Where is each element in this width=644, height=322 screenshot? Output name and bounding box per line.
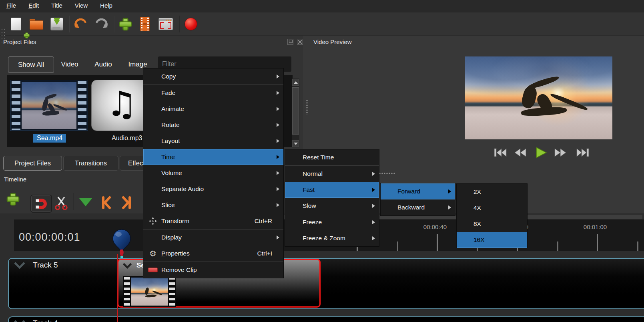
file-menu[interactable]: File [0, 0, 22, 9]
time-menu-item[interactable]: Time [143, 149, 283, 165]
previous-marker-button[interactable] [98, 195, 113, 210]
project-files-panel-title: Project Files [3, 38, 36, 45]
timeline-toolbar-separator [73, 193, 74, 210]
8x-menu-item[interactable]: 8X [457, 216, 527, 232]
next-marker-button[interactable] [120, 195, 134, 210]
track-collapse-chevron-icon[interactable] [14, 262, 26, 269]
properties-menu-item[interactable]: ⚙PropertiesCtrl+I [143, 246, 283, 262]
menu-item-label: Freeze [285, 219, 322, 226]
add-marker-button[interactable] [79, 198, 92, 206]
file-thumbnail-video[interactable] [10, 80, 88, 131]
volume-menu-item[interactable]: Volume [143, 165, 283, 181]
layout-menu-item[interactable]: Layout [143, 133, 283, 149]
save-project-icon [50, 18, 63, 30]
freeze-menu-item[interactable]: Freeze [285, 214, 379, 230]
slice-menu-item[interactable]: Slice [143, 197, 283, 213]
new-project-button[interactable] [9, 17, 23, 31]
title-menu[interactable]: Title [45, 0, 68, 9]
rewind-icon [514, 148, 527, 157]
track-collapse-chevron-icon[interactable] [14, 320, 26, 322]
music-note-icon: ♫ [106, 87, 137, 121]
jump-end-icon [576, 148, 590, 157]
slow-menu-item[interactable]: Slow [285, 198, 379, 214]
save-project-button[interactable] [50, 17, 64, 31]
snapping-toggle-button[interactable] [30, 195, 52, 213]
4x-menu-item[interactable]: 4X [457, 200, 527, 216]
fast-menu-item[interactable]: Fast [285, 182, 379, 198]
16x-menu-item[interactable]: 16X [457, 232, 527, 248]
panel-splitter-handle[interactable] [306, 99, 308, 115]
next-marker-icon [120, 195, 134, 210]
files-scrollbar[interactable] [292, 78, 299, 147]
menu-item-label: Fast [285, 186, 315, 193]
separate-audio-menu-item[interactable]: Separate Audio [143, 181, 283, 197]
import-files-button[interactable] [118, 17, 132, 31]
fast-forward-icon [554, 148, 567, 157]
tab-transitions[interactable]: Transitions [63, 156, 118, 171]
fast-forward-button[interactable] [553, 147, 568, 159]
scroll-up-button[interactable] [292, 79, 299, 86]
ruler-label: 00:00:40 [423, 223, 447, 230]
filter-audio-button[interactable]: Audio [88, 56, 118, 72]
clip-collapse-chevron-icon[interactable] [122, 263, 132, 269]
razor-button[interactable] [54, 196, 68, 210]
scrollbar-thumb[interactable] [292, 87, 299, 135]
remove-clip-menu-item[interactable]: Remove Clip [143, 262, 283, 278]
backward-menu-item[interactable]: Backward [381, 199, 455, 215]
open-project-button[interactable] [29, 17, 43, 31]
preview-splitter-handle[interactable] [379, 173, 395, 174]
rewind-button[interactable] [513, 147, 528, 159]
jump-start-icon [494, 148, 507, 157]
menu-item-label: Slow [285, 202, 316, 209]
ruler-tick [557, 242, 558, 251]
clip-context-menu: CopyFadeAnimateRotateLayoutTimeVolumeSep… [143, 68, 284, 278]
rotate-menu-item[interactable]: Rotate [143, 117, 283, 133]
timecode-display: 00:00:00:01 [19, 231, 80, 244]
ruler-tick [397, 242, 398, 251]
track-name: Track 5 [33, 261, 58, 270]
redo-button[interactable] [94, 17, 108, 31]
menu-item-label: Rotate [143, 121, 180, 129]
add-track-button[interactable] [10, 196, 16, 202]
display-menu-item[interactable]: Display [143, 229, 283, 246]
float-panel-icon[interactable] [287, 39, 293, 45]
track-row-4[interactable]: Track 4 [8, 316, 644, 322]
undo-icon [74, 18, 88, 30]
play-button[interactable] [534, 147, 549, 159]
filter-show-all-button[interactable]: Show All [8, 56, 54, 73]
choose-profile-button[interactable] [138, 17, 152, 31]
view-menu[interactable]: View [69, 0, 94, 9]
filter-video-button[interactable]: Video [54, 56, 85, 72]
animate-menu-item[interactable]: Animate [143, 101, 283, 117]
playhead-marker[interactable] [112, 229, 131, 260]
help-menu[interactable]: Help [94, 0, 118, 9]
copy-menu-item[interactable]: Copy [143, 68, 283, 85]
playhead-line[interactable] [117, 254, 118, 322]
menu-item-label: 2X [457, 188, 481, 195]
track-row-5[interactable]: Track 5 [8, 258, 644, 309]
move-icon [147, 217, 158, 225]
jump-start-button[interactable] [493, 147, 508, 159]
submenu-arrow-icon [372, 204, 375, 208]
export-video-button[interactable] [184, 17, 198, 31]
fade-menu-item[interactable]: Fade [143, 85, 283, 101]
scroll-down-button[interactable] [292, 140, 299, 147]
file-name-sea[interactable]: Sea.mp4 [33, 134, 66, 143]
submenu-arrow-icon [372, 220, 375, 224]
freeze-zoom-menu-item[interactable]: Freeze & Zoom [285, 230, 379, 246]
edit-menu[interactable]: Edit [22, 0, 45, 9]
normal-menu-item[interactable]: Normal [285, 166, 379, 182]
fullscreen-button[interactable] [158, 17, 173, 31]
file-name-audio[interactable]: Audio.mp3 [112, 135, 142, 142]
reset-time-menu-item[interactable]: Reset Time [285, 149, 379, 165]
add-track-icon [7, 193, 20, 206]
tab-project-files[interactable]: Project Files [3, 156, 62, 171]
undo-button[interactable] [74, 17, 88, 31]
forward-menu-item[interactable]: Forward [381, 183, 455, 199]
close-panel-icon[interactable] [297, 39, 303, 45]
jump-end-button[interactable] [575, 147, 590, 159]
transform-menu-item[interactable]: TransformCtrl+R [143, 213, 283, 229]
submenu-arrow-icon [277, 123, 279, 127]
submenu-arrow-icon [277, 74, 279, 78]
2x-menu-item[interactable]: 2X [457, 184, 527, 200]
